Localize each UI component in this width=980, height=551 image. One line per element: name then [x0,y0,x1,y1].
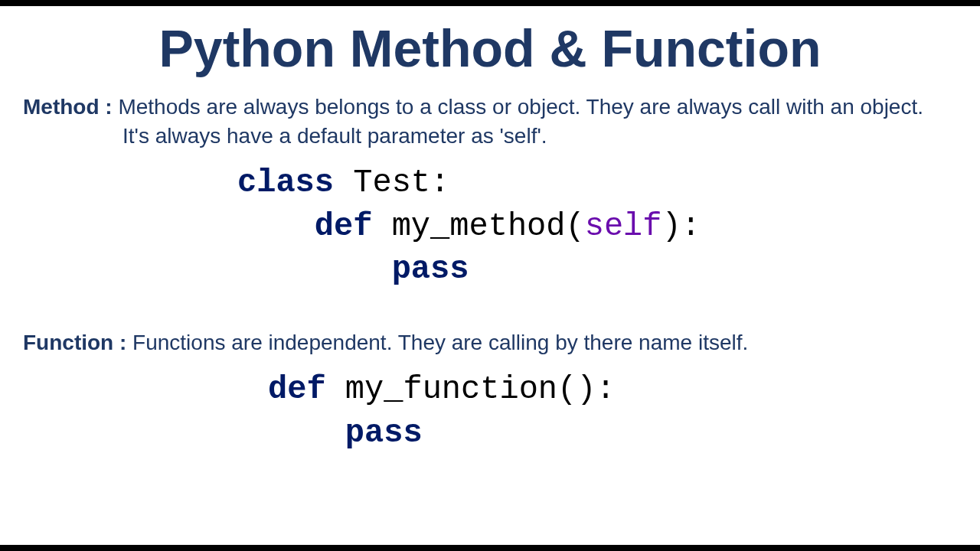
function-sig: my_function(): [326,371,616,408]
function-code-example: def my_function(): pass [268,368,957,455]
method-sig-post: ): [662,208,701,245]
keyword-pass-method: pass [392,251,469,288]
self-param: self [585,208,662,245]
function-description: Function : Functions are independent. Th… [23,328,957,357]
function-desc-text: Functions are independent. They are call… [126,331,748,354]
keyword-def-method: def [315,208,373,245]
method-label: Method : [23,95,113,119]
method-desc-line2: It's always have a default parameter as … [122,122,957,151]
keyword-class: class [237,165,334,201]
slide-content: Python Method & Function Method : Method… [0,6,980,545]
method-description: Method : Methods are always belongs to a… [23,93,957,151]
function-label: Function : [23,331,126,354]
method-desc-line1: Methods are always belongs to a class or… [113,95,923,119]
slide-title: Python Method & Function [23,21,957,76]
method-code-example: class Test: def my_method(self): pass [237,161,957,292]
class-name-text: Test: [334,165,449,201]
method-sig-pre: my_method( [372,208,584,245]
keyword-pass-function: pass [345,415,423,452]
keyword-def-function: def [268,371,326,408]
